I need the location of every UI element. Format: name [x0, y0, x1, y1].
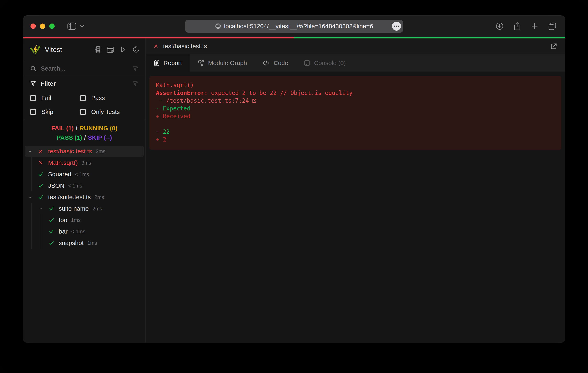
- tree-guide-line: [41, 226, 41, 237]
- tree-row-suite-name[interactable]: suite name 2ms: [25, 203, 144, 214]
- status-line-fail-running: FAIL (1)/RUNNING (0): [23, 124, 146, 133]
- close-window-button[interactable]: [31, 23, 36, 29]
- diff-expected-label: - Expected: [156, 105, 555, 113]
- filter-checkbox-pass[interactable]: Pass: [80, 94, 138, 102]
- console-icon: [304, 60, 310, 66]
- checkbox-icon[interactable]: [30, 109, 36, 115]
- tab-console[interactable]: Console (0): [296, 54, 354, 72]
- status-line-pass-skip: PASS (1)/SKIP (--): [23, 133, 146, 142]
- fail-x-icon: [35, 157, 46, 168]
- clear-filters-icon[interactable]: [132, 81, 138, 87]
- tree-row-test-mathsqrt[interactable]: Math.sqrt() 3ms: [25, 157, 144, 168]
- tree-guide-line: [41, 214, 41, 226]
- tree-guide-line: [31, 226, 32, 237]
- fail-x-icon: [153, 43, 158, 49]
- failed-test-name: Math.sqrt(): [156, 81, 555, 89]
- run-all-icon[interactable]: [119, 46, 127, 53]
- tree-row-test-foo[interactable]: foo 1ms: [25, 214, 144, 226]
- filter-checkbox-skip[interactable]: Skip: [30, 108, 80, 115]
- search-row: [23, 61, 146, 76]
- tab-overview-icon[interactable]: [548, 22, 556, 31]
- share-icon[interactable]: [513, 22, 521, 31]
- main-tabs: Report Module Graph: [146, 54, 565, 72]
- traffic-lights: [31, 23, 55, 29]
- checkbox-icon[interactable]: [80, 95, 86, 101]
- chevron-down-icon[interactable]: [25, 145, 35, 157]
- checkbox-icon[interactable]: [30, 95, 36, 101]
- test-status-summary: FAIL (1)/RUNNING (0) PASS (1)/SKIP (--): [23, 121, 146, 144]
- search-input[interactable]: [41, 65, 128, 72]
- main-panel: test/basic.test.ts Report: [146, 38, 565, 342]
- browser-window: localhost:51204/__vitest__/#/?file=16484…: [23, 16, 565, 342]
- tree-row-file-basic[interactable]: test/basic.test.ts 3ms: [25, 145, 144, 157]
- error-report-card: Math.sqrt() AssertionError: expected 2 t…: [149, 76, 561, 150]
- tree-guide-line: [31, 168, 32, 180]
- code-icon: [262, 60, 270, 66]
- tree-row-test-bar[interactable]: bar < 1ms: [25, 226, 144, 237]
- diff-expected-value: - 22: [156, 128, 555, 136]
- open-in-editor-icon[interactable]: [252, 98, 257, 104]
- tree-guide-line: [41, 237, 41, 249]
- dark-mode-toggle-icon[interactable]: [132, 46, 139, 53]
- vitest-logo-icon: [30, 45, 40, 55]
- pass-check-icon: [46, 237, 57, 249]
- minimize-window-button[interactable]: [40, 23, 45, 29]
- test-duration: < 1ms: [75, 171, 89, 177]
- chevron-down-icon[interactable]: [25, 191, 35, 203]
- tree-row-test-squared[interactable]: Squared < 1ms: [25, 168, 144, 180]
- chevron-down-icon[interactable]: [80, 25, 84, 28]
- tree-row-test-snapshot[interactable]: snapshot 1ms: [25, 237, 144, 249]
- sidebar: Vitest: [23, 38, 146, 342]
- test-progress-bar: [23, 37, 565, 38]
- sidebar-actions: [94, 46, 139, 53]
- tree-guide-line: [31, 203, 32, 214]
- progress-pass-segment: [294, 37, 565, 38]
- stack-trace-link[interactable]: - /test/basic.test.ts:7:24: [156, 97, 555, 105]
- pass-check-icon: [35, 191, 46, 203]
- assertion-error-line: AssertionError: expected 2 to be 22 // O…: [156, 89, 555, 97]
- test-duration: 2ms: [94, 194, 104, 200]
- test-duration: < 1ms: [71, 229, 85, 235]
- diff-received-label: + Received: [156, 113, 555, 120]
- filter-icon: [30, 81, 36, 87]
- report-panel: Math.sqrt() AssertionError: expected 2 t…: [146, 72, 565, 342]
- pass-check-icon: [46, 203, 57, 214]
- sidebar-header: Vitest: [23, 38, 146, 61]
- tab-module-graph[interactable]: Module Graph: [190, 54, 255, 72]
- tab-report[interactable]: Report: [146, 54, 190, 72]
- zoom-window-button[interactable]: [49, 23, 55, 29]
- tree-row-test-json[interactable]: JSON < 1ms: [25, 180, 144, 191]
- filter-checkbox-fail[interactable]: Fail: [30, 94, 80, 102]
- module-graph-icon: [198, 60, 204, 66]
- tree-guide-line: [31, 157, 32, 168]
- tab-code[interactable]: Code: [255, 54, 296, 72]
- file-header: test/basic.test.ts: [146, 38, 565, 54]
- clear-search-filter-icon[interactable]: [132, 65, 138, 72]
- test-duration: 1ms: [87, 240, 97, 246]
- downloads-icon[interactable]: [495, 22, 504, 30]
- search-icon: [30, 65, 37, 72]
- fail-x-icon: [35, 145, 46, 157]
- open-file-name: test/basic.test.ts: [163, 43, 207, 50]
- open-external-icon[interactable]: [550, 42, 558, 50]
- fail-count: FAIL (1): [51, 125, 74, 132]
- test-duration: < 1ms: [68, 183, 82, 189]
- address-bar[interactable]: localhost:51204/__vitest__/#/?file=16484…: [185, 20, 403, 33]
- toolbar-actions: [495, 22, 556, 31]
- test-duration: 1ms: [71, 217, 81, 223]
- app-title: Vitest: [45, 46, 62, 53]
- page-settings-button[interactable]: [392, 22, 401, 31]
- new-tab-icon[interactable]: [531, 22, 538, 30]
- pass-check-icon: [35, 180, 46, 191]
- filter-title: Filter: [41, 80, 56, 87]
- dashboard-icon[interactable]: [107, 46, 114, 53]
- browser-toolbar: localhost:51204/__vitest__/#/?file=16484…: [23, 16, 565, 37]
- sidebar-toggle-icon[interactable]: [67, 22, 76, 30]
- filter-checkbox-only-tests[interactable]: Only Tests: [80, 108, 138, 115]
- progress-fail-segment: [23, 37, 294, 38]
- tree-row-file-suite[interactable]: test/suite.test.ts 2ms: [25, 191, 144, 203]
- expand-tree-icon[interactable]: [94, 46, 101, 53]
- chevron-down-icon[interactable]: [35, 203, 46, 214]
- pass-count: PASS (1): [57, 134, 82, 141]
- checkbox-icon[interactable]: [80, 109, 86, 115]
